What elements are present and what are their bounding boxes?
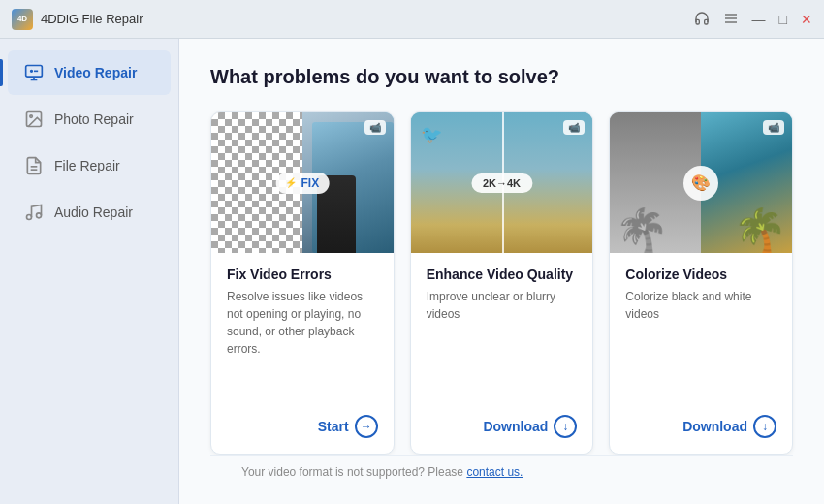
file-repair-icon	[23, 155, 45, 176]
start-button[interactable]: Start →	[318, 411, 378, 442]
palm-icon-color: 🌴	[733, 209, 787, 253]
download-enhance-icon: ↓	[554, 415, 577, 438]
card-colorize-videos: 🌴 🌴 🎨 📹 Colorize Videos Colorize black a…	[609, 111, 793, 455]
fix-badge: ⚡ FIX	[275, 173, 329, 194]
video-repair-icon	[23, 62, 45, 83]
photo-repair-icon	[23, 109, 45, 130]
download-colorize-label: Download	[682, 419, 747, 434]
svg-point-4	[31, 71, 33, 73]
content-area: What problems do you want to solve? ⚡ FI…	[179, 39, 824, 504]
video-badge-2: 📹	[563, 120, 585, 135]
svg-point-7	[30, 115, 32, 118]
colorize-badge: 🎨	[683, 166, 718, 201]
card-desc-colorize: Colorize black and white videos	[625, 288, 776, 399]
sidebar-item-photo-repair[interactable]: Photo Repair	[8, 97, 171, 142]
card-title-fix: Fix Video Errors	[227, 267, 378, 282]
card-fix-video-errors: ⚡ FIX 📹 Fix Video Errors Resolve issues …	[210, 111, 395, 455]
footer-text: Your video format is not supported? Plea…	[241, 465, 466, 479]
card-body-enhance: Enhance Video Quality Improve unclear or…	[411, 253, 593, 454]
sidebar-item-file-repair[interactable]: File Repair	[8, 143, 171, 188]
colorize-badge-text: 🎨	[691, 173, 711, 192]
sidebar-item-photo-repair-label: Photo Repair	[54, 111, 134, 127]
sidebar-item-video-repair-label: Video Repair	[54, 65, 137, 80]
app-icon: 4D	[12, 9, 33, 30]
cam-icon-2: 📹	[568, 122, 580, 133]
cam-icon-3: 📹	[768, 122, 779, 133]
card-image-enhance: 🐦 2K→4K 📹	[411, 112, 593, 253]
download-enhance-label: Download	[483, 419, 548, 434]
audio-repair-icon	[23, 202, 45, 223]
headphone-icon[interactable]	[694, 11, 710, 28]
card-title-colorize: Colorize Videos	[625, 267, 776, 282]
video-badge-1: 📹	[364, 120, 386, 135]
download-button-enhance[interactable]: Download ↓	[483, 411, 577, 442]
sidebar-item-video-repair[interactable]: Video Repair	[8, 50, 171, 95]
sidebar-item-audio-repair[interactable]: Audio Repair	[8, 190, 171, 235]
maximize-button[interactable]: □	[779, 13, 787, 26]
minimize-button[interactable]: —	[752, 13, 766, 26]
fix-badge-text: FIX	[301, 176, 319, 190]
card-action-fix: Start →	[227, 411, 378, 442]
card-body-colorize: Colorize Videos Colorize black and white…	[610, 253, 792, 454]
card-image-colorize: 🌴 🌴 🎨 📹	[610, 112, 792, 253]
contact-us-link[interactable]: contact us.	[466, 465, 523, 479]
enhance-badge: 2K→4K	[471, 173, 532, 193]
sidebar: Video Repair Photo Repair	[0, 39, 179, 504]
sidebar-item-file-repair-label: File Repair	[54, 158, 120, 173]
card-enhance-video-quality: 🐦 2K→4K 📹 Enhance Video Quality Improve …	[410, 111, 594, 455]
cam-icon-1: 📹	[369, 122, 381, 133]
card-image-fix: ⚡ FIX 📹	[211, 112, 394, 253]
bird-icon: 🐦	[421, 124, 442, 145]
footer: Your video format is not supported? Plea…	[210, 455, 793, 488]
svg-point-11	[37, 213, 42, 218]
start-label: Start	[318, 419, 349, 434]
titlebar: 4D 4DDiG File Repair — □ ✕	[0, 0, 824, 39]
page-title: What problems do you want to solve?	[210, 66, 793, 88]
svg-point-10	[27, 215, 32, 220]
start-arrow-icon: →	[355, 415, 378, 438]
main-container: Video Repair Photo Repair	[0, 39, 824, 504]
app-title: 4DDiG File Repair	[41, 12, 143, 26]
card-title-enhance: Enhance Video Quality	[427, 267, 578, 282]
cards-container: ⚡ FIX 📹 Fix Video Errors Resolve issues …	[210, 111, 793, 455]
card-body-fix: Fix Video Errors Resolve issues like vid…	[211, 253, 394, 454]
enhance-badge-text: 2K→4K	[483, 177, 521, 189]
menu-icon[interactable]	[723, 11, 739, 28]
download-colorize-icon: ↓	[753, 415, 776, 438]
sidebar-item-audio-repair-label: Audio Repair	[54, 205, 133, 220]
titlebar-controls: — □ ✕	[694, 11, 812, 28]
close-button[interactable]: ✕	[801, 13, 812, 26]
card-desc-fix: Resolve issues like videos not opening o…	[227, 288, 378, 399]
titlebar-left: 4D 4DDiG File Repair	[12, 9, 143, 30]
card-action-colorize: Download ↓	[625, 411, 776, 442]
card-desc-enhance: Improve unclear or blurry videos	[427, 288, 578, 399]
download-button-colorize[interactable]: Download ↓	[682, 411, 776, 442]
video-badge-3: 📹	[763, 120, 784, 135]
palm-icon-bw: 🌴	[615, 209, 669, 253]
card-action-enhance: Download ↓	[427, 411, 578, 442]
